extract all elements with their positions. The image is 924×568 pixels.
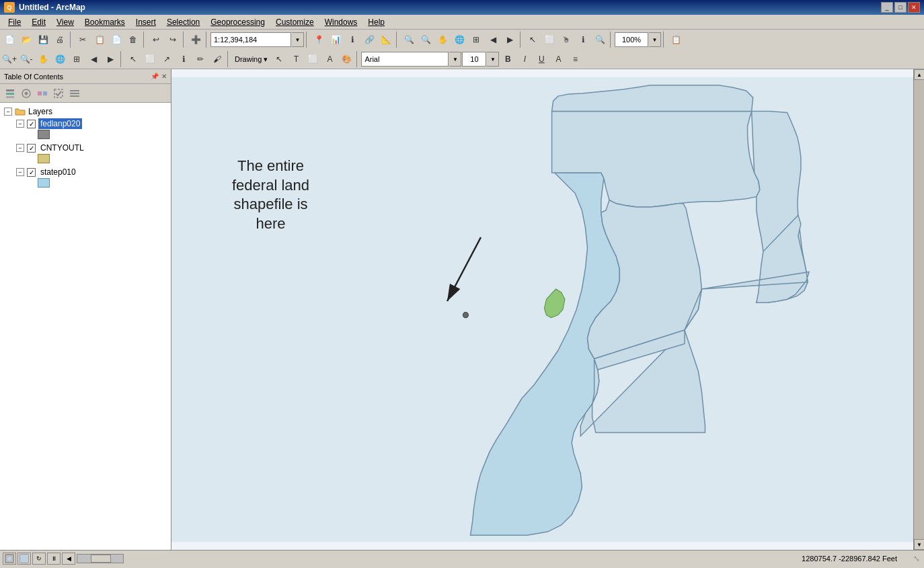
map-area[interactable]: The entire federal land shapefile is her…: [171, 69, 924, 550]
menu-windows[interactable]: Windows: [319, 16, 363, 28]
progress-slider[interactable]: [77, 554, 124, 563]
attribute-table-button[interactable]: 📊: [328, 32, 344, 48]
fontsize-dropdown[interactable]: ▼: [487, 52, 499, 67]
undo-button[interactable]: ↩: [148, 32, 164, 48]
info-button[interactable]: ℹ: [575, 32, 591, 48]
pan-map[interactable]: ✋: [35, 51, 51, 67]
maximize-button[interactable]: □: [894, 2, 907, 13]
select-rect[interactable]: ⬜: [541, 32, 557, 48]
toc-list-by-drawing-order[interactable]: [3, 86, 17, 101]
zoom-in-button[interactable]: 🔍: [401, 32, 417, 48]
select-arrow[interactable]: ↖: [525, 32, 541, 48]
draw-arrow[interactable]: ↖: [271, 51, 287, 67]
zoom-percent-input[interactable]: [615, 32, 648, 47]
draw-marker[interactable]: A: [321, 51, 338, 67]
draw-text[interactable]: T: [288, 51, 304, 67]
globe-nav[interactable]: 🌐: [52, 51, 68, 67]
globe-button[interactable]: 🌐: [451, 32, 467, 48]
next-ext[interactable]: ▶: [102, 51, 118, 67]
layer-label-cntyoutl[interactable]: CNTYOUTL: [38, 143, 86, 153]
menu-customize[interactable]: Customize: [270, 16, 319, 28]
scroll-track-v[interactable]: [914, 80, 924, 539]
layer-label-statep010[interactable]: statep010: [38, 167, 78, 177]
menu-bookmarks[interactable]: Bookmarks: [79, 16, 130, 28]
hyperlink-button[interactable]: 🔗: [361, 32, 377, 48]
cut-button[interactable]: ✂: [75, 32, 91, 48]
zoom-out-button[interactable]: 🔍: [418, 32, 434, 48]
info-tool[interactable]: ℹ: [176, 51, 192, 67]
underline-button[interactable]: U: [533, 51, 549, 67]
find-button[interactable]: 🔍: [592, 32, 608, 48]
minimize-button[interactable]: _: [881, 2, 893, 13]
layout-view-button[interactable]: [3, 553, 16, 565]
layer-checkbox-statep010[interactable]: [27, 168, 36, 177]
new-button[interactable]: 📄: [1, 32, 17, 48]
prev-ext[interactable]: ◀: [85, 51, 102, 67]
map-tips-button[interactable]: ℹ: [344, 32, 360, 48]
zoom-percent-dropdown[interactable]: ▼: [649, 32, 661, 47]
zoom-out-map[interactable]: 🔍-: [18, 51, 34, 67]
draw-rect[interactable]: ⬜: [305, 51, 321, 67]
font-color-button[interactable]: A: [550, 51, 566, 67]
print-button[interactable]: 🖨: [52, 32, 68, 48]
toc-list-by-source[interactable]: [19, 86, 34, 101]
layer-label-fedlanp020[interactable]: fedlanp020: [38, 118, 82, 129]
identify-button[interactable]: 📍: [311, 32, 327, 48]
menu-help[interactable]: Help: [362, 16, 390, 28]
paste-button[interactable]: 📄: [108, 32, 124, 48]
copy-button[interactable]: 📋: [91, 32, 108, 48]
drawing-label[interactable]: Drawing ▾: [232, 55, 270, 64]
table-btn[interactable]: ⬜: [142, 51, 158, 67]
zoom-prev-button[interactable]: ◀: [485, 32, 501, 48]
layer-expand-cntyoutl[interactable]: −: [16, 144, 24, 152]
close-button[interactable]: ✕: [908, 2, 920, 13]
paint-tool[interactable]: 🖌: [209, 51, 225, 67]
refresh-button[interactable]: ↻: [32, 553, 46, 565]
menu-view[interactable]: View: [51, 16, 79, 28]
menu-selection[interactable]: Selection: [161, 16, 205, 28]
prev-page-button[interactable]: ◀: [62, 553, 75, 565]
toc-list-by-selection[interactable]: [51, 86, 66, 101]
pause-button[interactable]: ⏸: [47, 553, 61, 565]
scroll-up-button[interactable]: ▲: [914, 69, 924, 80]
font-dropdown[interactable]: ▼: [449, 52, 461, 67]
info-select[interactable]: ↗: [159, 51, 175, 67]
measure-button[interactable]: 📐: [378, 32, 394, 48]
menu-insert[interactable]: Insert: [130, 16, 161, 28]
delete-button[interactable]: 🗑: [125, 32, 141, 48]
toc-list-by-visibility[interactable]: [35, 86, 50, 101]
font-name-input[interactable]: [361, 52, 449, 67]
select-feature[interactable]: 🖱: [558, 32, 574, 48]
menu-file[interactable]: File: [3, 16, 26, 28]
layer-checkbox-fedlanp020[interactable]: [27, 120, 36, 128]
menu-edit[interactable]: Edit: [26, 16, 51, 28]
pan-button[interactable]: ➕: [188, 32, 204, 48]
zoom-next-button[interactable]: ▶: [502, 32, 518, 48]
layer-expand-fedlanp020[interactable]: −: [16, 120, 24, 128]
redo-button[interactable]: ↪: [165, 32, 181, 48]
italic-button[interactable]: I: [516, 51, 533, 67]
menu-geoprocessing[interactable]: Geoprocessing: [205, 16, 270, 28]
toc-options[interactable]: [67, 86, 82, 101]
full-ext[interactable]: ⊞: [69, 51, 85, 67]
scale-input[interactable]: [210, 32, 291, 47]
save-button[interactable]: 💾: [35, 32, 51, 48]
draw-color[interactable]: 🎨: [338, 51, 354, 67]
align-left[interactable]: ≡: [567, 51, 583, 67]
toc-close-button[interactable]: ✕: [161, 73, 167, 80]
data-view-button[interactable]: [17, 553, 31, 565]
scale-dropdown[interactable]: ▼: [292, 32, 304, 47]
open-button[interactable]: 📂: [18, 32, 34, 48]
layers-expand-btn[interactable]: −: [4, 108, 12, 116]
layout-button[interactable]: 📋: [668, 32, 684, 48]
edit-tool[interactable]: ✏: [192, 51, 208, 67]
scroll-down-button[interactable]: ▼: [914, 539, 924, 550]
zoom-in-map[interactable]: 🔍+: [1, 51, 17, 67]
font-size-input[interactable]: [462, 52, 486, 67]
layer-checkbox-cntyoutl[interactable]: [27, 144, 36, 153]
toc-pin-button[interactable]: 📌: [151, 73, 159, 80]
arrow-select[interactable]: ↖: [125, 51, 141, 67]
hand-pan-button[interactable]: ✋: [434, 32, 451, 48]
bold-button[interactable]: B: [500, 51, 516, 67]
layer-expand-statep010[interactable]: −: [16, 168, 24, 176]
